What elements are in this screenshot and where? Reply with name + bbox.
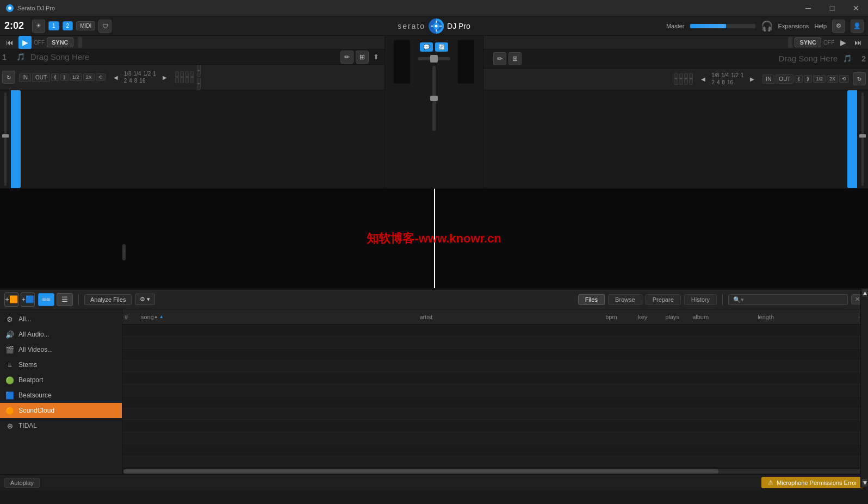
table-row[interactable] [122, 325, 868, 337]
right-loop-btn[interactable] [788, 37, 792, 48]
sidebar-item-stems[interactable]: ≡Stems [0, 357, 122, 372]
browser-settings-button[interactable]: ⚙ ▾ [135, 294, 155, 305]
deck2-button[interactable]: 2 [63, 21, 73, 30]
analyze-files-button[interactable]: Analyze Files [84, 294, 132, 305]
right-half-btn[interactable]: 1/2 [813, 75, 826, 83]
channel-fader[interactable] [432, 66, 436, 131]
right-loop-toggle-btn[interactable]: ⟲ [839, 75, 849, 83]
left-rewind-btn[interactable]: ⟪ [51, 73, 59, 81]
right-fwd-btn[interactable]: ⟫ [804, 75, 812, 83]
left-fwd-btn[interactable]: ⟫ [60, 73, 69, 81]
right-rewind-btn[interactable]: ⟪ [795, 75, 803, 83]
col-header-bpm[interactable]: bpm [605, 314, 638, 320]
left-2x-btn[interactable]: 2X [83, 73, 95, 81]
left-loop-button[interactable] [78, 37, 82, 48]
horizontal-scrollbar[interactable] [122, 468, 868, 474]
right-2x-btn[interactable]: 2X [827, 75, 838, 83]
right-scrollbar[interactable]: ▲ ▼ [860, 288, 868, 488]
view-list-button[interactable]: ☰ [57, 293, 73, 306]
col-header-plays[interactable]: plays [665, 314, 692, 320]
crossfader-thumb[interactable] [430, 55, 438, 63]
expansions-label[interactable]: Expansions [778, 23, 809, 29]
right-skip-fwd-button[interactable]: ⏭ [852, 36, 865, 49]
left-in-btn[interactable]: IN [19, 73, 31, 82]
sidebar-item-all---[interactable]: ⚙All... [0, 312, 122, 327]
col-header-album[interactable]: album [692, 314, 758, 320]
sidebar-item-tidal[interactable]: ⊕TIDAL [0, 418, 122, 433]
midi-button[interactable]: MIDI [76, 21, 95, 30]
right-pad-4[interactable]: + [674, 73, 678, 85]
right-sync-button[interactable]: SYNC [795, 38, 821, 47]
right-pad-3[interactable]: + [679, 73, 683, 85]
table-row[interactable] [122, 456, 868, 468]
left-grid-button[interactable]: ⊞ [356, 51, 369, 64]
left-skip-back-button[interactable]: ⏮ [3, 36, 16, 49]
table-row[interactable] [122, 337, 868, 349]
table-row[interactable] [122, 372, 868, 384]
right-loop-refresh-icon[interactable]: ↻ [853, 72, 866, 85]
left-pad-1[interactable]: + [175, 71, 179, 83]
channel-fader-thumb[interactable] [430, 96, 438, 101]
col-header-key[interactable]: key [638, 314, 665, 320]
crossfader-track[interactable] [418, 57, 450, 60]
view-lines-button[interactable]: ≡≡ [38, 293, 54, 306]
table-row[interactable] [122, 360, 868, 372]
col-header-length[interactable]: length [758, 314, 855, 320]
left-next-loop-btn[interactable]: ▶ [158, 71, 171, 84]
add-playlist-button[interactable]: +🟦 [21, 293, 35, 307]
help-button[interactable]: Help [814, 23, 827, 29]
left-pad-5[interactable]: + [197, 65, 201, 77]
right-play-button[interactable]: ▶ [836, 36, 850, 49]
profile-button[interactable]: 👤 [851, 20, 864, 33]
right-prev-loop-btn[interactable]: ◀ [697, 72, 710, 85]
sidebar-item-soundcloud[interactable]: 🟠SoundCloud [0, 403, 122, 418]
scroll-track[interactable] [123, 469, 867, 474]
history-tab-button[interactable]: History [684, 294, 717, 305]
left-play-button[interactable]: ▶ [18, 36, 32, 49]
sidebar-item-all-videos---[interactable]: 🎬All Videos... [0, 342, 122, 357]
left-sync-button[interactable]: SYNC [47, 38, 73, 47]
right-in-btn[interactable]: IN [762, 74, 774, 84]
right-out-btn[interactable]: OUT [776, 74, 793, 84]
chat-button[interactable]: 💬 [420, 42, 433, 52]
sidebar-item-all-audio---[interactable]: 🔊All Audio... [0, 327, 122, 342]
sidebar-item-beatport[interactable]: 🟢Beatport [0, 372, 122, 388]
right-edit-button[interactable]: ✏ [493, 52, 506, 65]
left-pad-2[interactable]: + [180, 71, 184, 83]
right-grid-button[interactable]: ⊞ [509, 52, 522, 65]
table-row[interactable] [122, 384, 868, 396]
left-out-btn[interactable]: OUT [32, 73, 50, 82]
browse-tab-button[interactable]: Browse [608, 294, 642, 305]
left-edit-button[interactable]: ✏ [340, 51, 354, 64]
shield-button[interactable]: 🛡 [98, 20, 111, 33]
table-row[interactable] [122, 432, 868, 444]
close-button[interactable]: ✕ [850, 2, 863, 15]
col-header-artist[interactable]: artist [420, 314, 606, 320]
minimize-button[interactable]: ─ [802, 2, 815, 15]
settings-button[interactable]: ⚙ [832, 20, 845, 33]
add-crate-button[interactable]: +🟧 [4, 293, 18, 307]
right-next-loop-btn[interactable]: ▶ [746, 72, 759, 85]
sync-icon-button[interactable]: 🔄 [435, 42, 448, 52]
master-volume-bar[interactable] [690, 24, 755, 28]
files-tab-button[interactable]: Files [578, 294, 605, 305]
autoplay-button[interactable]: Autoplay [4, 478, 40, 488]
right-pad-1[interactable]: + [689, 73, 693, 85]
left-half-btn[interactable]: 1/2 [70, 73, 82, 81]
table-row[interactable] [122, 408, 868, 420]
left-loop-toggle-btn[interactable]: ⟲ [96, 73, 106, 81]
sidebar-item-beatsource[interactable]: 🟦Beatsource [0, 388, 122, 403]
left-pad-6[interactable]: + [197, 78, 201, 90]
prepare-tab-button[interactable]: Prepare [646, 294, 681, 305]
table-row[interactable] [122, 396, 868, 408]
table-row[interactable] [122, 444, 868, 456]
sun-icon-button[interactable]: ☀ [32, 20, 45, 33]
left-pad-3[interactable]: + [185, 71, 189, 83]
table-row[interactable] [122, 420, 868, 432]
scroll-thumb[interactable] [123, 469, 718, 474]
maximize-button[interactable]: □ [826, 2, 839, 15]
table-row[interactable] [122, 349, 868, 360]
left-loop-refresh-icon[interactable]: ↻ [2, 71, 15, 84]
right-pad-2[interactable]: + [684, 73, 688, 85]
scroll-up-btn[interactable]: ▲ [862, 289, 867, 297]
